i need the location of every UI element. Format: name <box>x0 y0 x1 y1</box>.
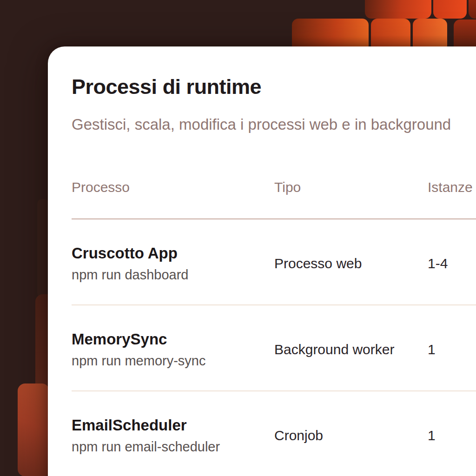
column-header-type: Tipo <box>274 180 428 194</box>
table-row: MemorySync npm run memory-sync Backgroun… <box>72 305 476 391</box>
table-row: EmailScheduler npm run email-scheduler C… <box>72 391 476 476</box>
process-type: Background worker <box>274 341 428 358</box>
page-title: Processi di runtime <box>72 74 476 99</box>
process-command: npm run memory-sync <box>72 354 274 368</box>
deco-tile-top-2 <box>433 0 467 19</box>
table-header-row: Processo Tipo Istanze <box>72 180 476 219</box>
process-command: npm run dashboard <box>72 268 274 282</box>
deco-tile-bottom-0 <box>37 199 49 298</box>
process-name: Cruscotto App <box>72 245 274 261</box>
process-instances: 1 <box>428 341 476 358</box>
process-table: Processo Tipo Istanze Cruscotto App npm … <box>72 180 476 476</box>
process-type: Processo web <box>274 255 428 272</box>
process-type: Cronjob <box>274 427 428 444</box>
page-subtitle: Gestisci, scala, modifica i processi web… <box>72 115 476 134</box>
deco-tile-top-3 <box>469 0 476 19</box>
process-instances: 1-4 <box>428 255 476 272</box>
process-name: EmailScheduler <box>72 417 274 433</box>
process-name: MemorySync <box>72 331 274 347</box>
deco-tile-bottom-2 <box>18 383 49 476</box>
column-header-process: Processo <box>72 180 274 194</box>
process-command: npm run email-scheduler <box>72 440 274 454</box>
table-row: Cruscotto App npm run dashboard Processo… <box>72 219 476 305</box>
page-background: Processi di runtime Gestisci, scala, mod… <box>0 0 476 476</box>
deco-tile-top-1 <box>365 0 431 19</box>
runtime-processes-card: Processi di runtime Gestisci, scala, mod… <box>48 46 476 476</box>
column-header-instances: Istanze <box>428 180 476 194</box>
process-instances: 1 <box>428 427 476 444</box>
